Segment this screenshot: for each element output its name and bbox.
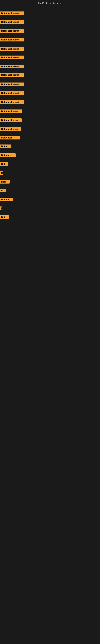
bottleneck-badge-21: Bo <box>0 189 6 192</box>
bottleneck-badge-3: Bottleneck result <box>0 29 24 32</box>
bottleneck-badge-17: Bottlenec <box>0 153 16 157</box>
bottleneck-badge-11: Bottleneck result <box>0 100 24 104</box>
bottleneck-badge-7: Bottleneck result <box>0 64 24 68</box>
bottleneck-badge-20: Bottl <box>0 180 10 184</box>
bottleneck-badge-22: Bottlen <box>0 198 13 201</box>
bottleneck-badge-10: Bottleneck result <box>0 91 24 95</box>
bottleneck-badge-13: Bottleneck resu <box>0 118 22 122</box>
bottleneck-badge-19: B <box>0 171 3 175</box>
bottleneck-badge-15: Bottleneck <box>0 136 20 140</box>
bottleneck-badge-24: Bott <box>0 215 9 219</box>
bottleneck-badge-2: Bottleneck result <box>0 20 24 24</box>
bottleneck-badge-12: Bottleneck resu <box>0 110 22 113</box>
site-title: TheBottlenecker.com <box>0 2 100 5</box>
bottleneck-badge-1: Bottleneck result <box>0 12 24 15</box>
bottleneck-badge-6: Bottleneck result <box>0 56 24 59</box>
bottleneck-badge-23: | <box>0 206 2 210</box>
bottleneck-badge-16: Bottle <box>0 144 11 148</box>
bottleneck-badge-9: Bottleneck result <box>0 82 24 86</box>
bottleneck-badge-14: Bottleneck resu <box>0 127 21 131</box>
bottleneck-badge-8: Bottleneck result <box>0 73 24 77</box>
bottleneck-badge-4: Bottleneck result <box>0 38 24 42</box>
bottleneck-badge-5: Bottleneck result <box>0 47 24 51</box>
bottleneck-badge-18: Bott <box>0 162 8 166</box>
